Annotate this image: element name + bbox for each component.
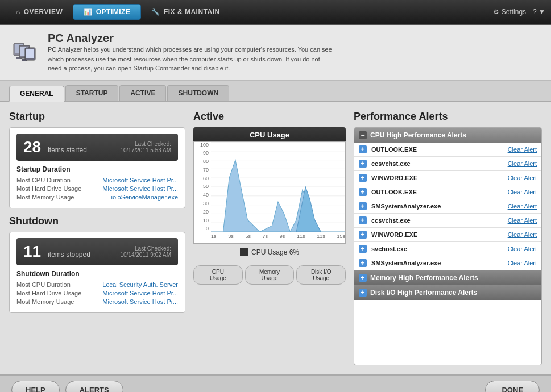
alert-expand-btn[interactable]: +	[359, 174, 367, 182]
alert-expand-btn[interactable]: +	[359, 145, 367, 153]
middle-column: Active CPU Usage 10090807060 50403020100	[193, 111, 346, 365]
alert-name: SMSystemAnalyzer.exe	[371, 260, 508, 266]
alert-name: OUTLOOK.EXE	[371, 189, 508, 195]
alert-name: ccsvchst.exe	[371, 160, 508, 167]
shutdown-items-label: items stopped	[48, 251, 90, 258]
startup-hd-row: Most Hard Drive Usage Microsoft Service …	[16, 185, 178, 192]
alert-row: + WINWORD.EXE Clear Alert	[354, 171, 541, 185]
alert-row: + OUTLOOK.EXE Clear Alert	[354, 185, 541, 199]
startup-title: Startup	[9, 111, 185, 123]
startup-last-checked: Last Checked: 10/17/2011 5:53 AM	[120, 141, 171, 153]
usage-tab-group: CPUUsage MemoryUsage Disk I/OUsage	[193, 265, 346, 285]
alert-expand-btn[interactable]: +	[359, 259, 367, 267]
alert-row: + SMSystemAnalyzer.exe Clear Alert	[354, 256, 541, 270]
disk-alerts-expand-icon[interactable]: +	[359, 289, 367, 297]
memory-alerts-expand-icon[interactable]: +	[359, 274, 367, 282]
tab-bar: GENERAL STARTUP ACTIVE SHUTDOWN	[0, 81, 551, 102]
clear-alert-btn[interactable]: Clear Alert	[508, 146, 537, 153]
shutdown-stat-bar: 11 items stopped Last Checked: 10/14/201…	[16, 238, 178, 265]
clear-alert-btn[interactable]: Clear Alert	[508, 203, 537, 210]
alerts-button[interactable]: ALERTS	[65, 381, 123, 392]
alert-row: + ccsvchst.exe Clear Alert	[354, 157, 541, 171]
clear-alert-btn[interactable]: Clear Alert	[508, 260, 537, 266]
settings-icon: ⚙	[493, 8, 499, 16]
help-btn[interactable]: ? ▼	[533, 8, 545, 16]
bottom-bar: HELP ALERTS DONE	[0, 374, 551, 393]
header-area: PC Analyzer PC Analyzer helps you unders…	[0, 25, 551, 81]
alert-name: svchost.exe	[371, 245, 508, 252]
disk-io-tab[interactable]: Disk I/OUsage	[296, 265, 346, 285]
memory-alerts-header[interactable]: + Memory High Performance Alerts	[354, 270, 541, 285]
help-icon: ?	[533, 8, 537, 16]
chart-header: CPU Usage	[193, 127, 346, 141]
shutdown-title: Shutdown	[9, 215, 185, 227]
alert-expand-btn[interactable]: +	[359, 216, 367, 224]
page-title: PC Analyzer	[48, 32, 332, 45]
alert-row: + WINWORD.EXE Clear Alert	[354, 228, 541, 242]
startup-stat-bar: 28 items started Last Checked: 10/17/201…	[16, 134, 178, 161]
shutdown-box: 11 items stopped Last Checked: 10/14/201…	[9, 232, 185, 313]
nav-right: ⚙ Settings ? ▼	[493, 8, 545, 16]
tab-general[interactable]: GENERAL	[9, 86, 64, 102]
shutdown-section: Shutdown 11 items stopped Last Checked: …	[9, 215, 185, 313]
alert-row: + OUTLOOK.EXE Clear Alert	[354, 143, 541, 157]
optimize-nav-btn[interactable]: 📊 OPTIMIZE	[73, 4, 141, 20]
tab-shutdown[interactable]: SHUTDOWN	[167, 85, 229, 101]
alert-expand-btn[interactable]: +	[359, 160, 367, 168]
help-button[interactable]: HELP	[11, 381, 60, 392]
cpu-alerts-header: − CPU High Performance Alerts	[354, 128, 541, 143]
fix-maintain-nav-btn[interactable]: 🔧 FIX & MAINTAIN	[141, 5, 230, 19]
left-column: Startup 28 items started Last Checked: 1…	[9, 111, 185, 365]
settings-btn[interactable]: ⚙ Settings	[493, 8, 526, 16]
startup-items-label: items started	[48, 146, 87, 154]
startup-mem-row: Most Memory Usage ioloServiceManager.exe	[16, 194, 178, 201]
alert-name: WINWORD.EXE	[371, 174, 508, 181]
clear-alert-btn[interactable]: Clear Alert	[508, 189, 537, 195]
alert-expand-btn[interactable]: +	[359, 231, 367, 239]
pc-analyzer-icon	[11, 39, 39, 66]
alert-name: OUTLOOK.EXE	[371, 146, 508, 153]
clear-alert-btn[interactable]: Clear Alert	[508, 217, 537, 224]
cpu-usage-text: CPU Usage 6%	[251, 248, 299, 256]
legend-color-box	[240, 248, 248, 256]
shutdown-cpu-row: Most CPU Duration Local Security Auth. S…	[16, 281, 178, 288]
alert-expand-btn[interactable]: +	[359, 188, 367, 196]
cpu-alerts-list: + OUTLOOK.EXE Clear Alert + ccsvchst.exe…	[354, 143, 541, 270]
performance-alerts-title: Performance Alerts	[354, 111, 542, 123]
active-title: Active	[193, 111, 346, 123]
alert-name: SMSystemAnalyzer.exe	[371, 203, 508, 210]
cpu-alerts-collapse-icon[interactable]: −	[359, 131, 367, 139]
shutdown-count: 11	[23, 243, 41, 261]
tab-startup[interactable]: STARTUP	[65, 85, 119, 101]
clear-alert-btn[interactable]: Clear Alert	[508, 160, 537, 167]
disk-alerts-header[interactable]: + Disk I/O High Performance Alerts	[354, 285, 541, 300]
alert-row: + ccsvchst.exe Clear Alert	[354, 214, 541, 228]
alert-expand-btn[interactable]: +	[359, 245, 367, 253]
clear-alert-btn[interactable]: Clear Alert	[508, 231, 537, 238]
cpu-usage-tab[interactable]: CPUUsage	[193, 265, 243, 285]
memory-usage-tab[interactable]: MemoryUsage	[245, 265, 295, 285]
header-text: PC Analyzer PC Analyzer helps you unders…	[48, 32, 332, 73]
shutdown-duration-title: Shutdown Duration	[16, 270, 178, 278]
main-content: Startup 28 items started Last Checked: 1…	[0, 102, 551, 374]
shutdown-mem-row: Most Memory Usage Microsoft Service Host…	[16, 298, 178, 305]
shutdown-last-checked: Last Checked: 10/14/2011 9:02 AM	[120, 245, 171, 258]
clear-alert-btn[interactable]: Clear Alert	[508, 245, 537, 252]
cpu-legend: CPU Usage 6%	[193, 244, 346, 261]
startup-section: Startup 28 items started Last Checked: 1…	[9, 111, 185, 208]
cpu-chart-wrapper: CPU Usage 10090807060 50403020100	[193, 127, 346, 261]
alert-name: WINWORD.EXE	[371, 231, 508, 238]
done-button[interactable]: DONE	[485, 381, 540, 392]
alerts-container: − CPU High Performance Alerts + OUTLOOK.…	[354, 127, 542, 365]
help-dropdown-icon: ▼	[538, 8, 545, 16]
clear-alert-btn[interactable]: Clear Alert	[508, 174, 537, 181]
overview-nav-btn[interactable]: ⌂ OVERVIEW	[6, 5, 73, 19]
top-navigation: ⌂ OVERVIEW 📊 OPTIMIZE 🔧 FIX & MAINTAIN ⚙…	[0, 0, 551, 25]
tab-active[interactable]: ACTIVE	[119, 85, 166, 101]
alert-expand-btn[interactable]: +	[359, 202, 367, 210]
alert-name: ccsvchst.exe	[371, 217, 508, 224]
cpu-chart-svg	[211, 142, 345, 232]
alert-row: + svchost.exe Clear Alert	[354, 242, 541, 256]
startup-duration-title: Startup Duration	[16, 165, 178, 173]
chart-y-labels: 10090807060 50403020100	[194, 142, 210, 232]
